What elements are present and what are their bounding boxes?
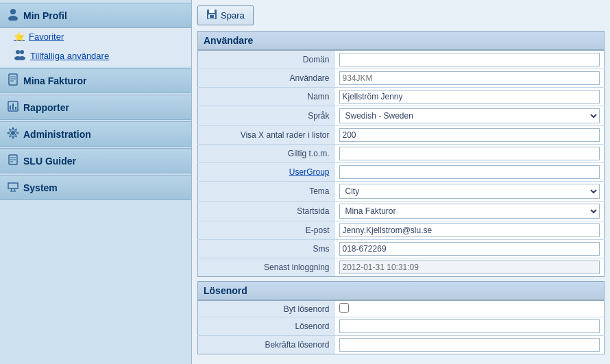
svg-point-14 (11, 131, 15, 135)
anvandare-section-title: Användare (197, 31, 605, 50)
namn-input[interactable] (339, 90, 600, 104)
byt-losenord-input-cell (335, 301, 605, 317)
svg-rect-6 (9, 74, 17, 85)
table-row: Startsida Mina Fakturor Rapporter Admini… (198, 202, 605, 221)
main-content: Spara Användare Domän Användare Namn (192, 0, 610, 364)
svg-point-1 (8, 16, 18, 21)
table-row: Namn (198, 88, 605, 106)
sms-input-cell (335, 240, 605, 258)
tema-label: Tema (198, 182, 335, 202)
startsida-label: Startsida (198, 202, 335, 221)
svg-point-0 (10, 9, 16, 14)
sidebar-item-tillfalliga-anvandare[interactable]: Tillfälliga användare (0, 45, 191, 66)
system-icon (7, 180, 19, 195)
doman-label: Domän (198, 51, 335, 69)
giltig-tom-input-cell (335, 145, 605, 163)
save-icon (206, 9, 217, 22)
usergroup-label[interactable]: UserGroup (198, 163, 335, 182)
sms-input[interactable] (339, 242, 600, 256)
svg-rect-25 (210, 15, 214, 18)
visa-x-rader-input-cell (335, 126, 605, 145)
table-row: E-post (198, 221, 605, 240)
table-row: Användare (198, 69, 605, 88)
sprak-label: Språk (198, 106, 335, 126)
svg-point-3 (20, 50, 24, 54)
table-row: Sms (198, 240, 605, 258)
senast-inloggning-input-cell (335, 258, 605, 277)
senast-inloggning-input (339, 260, 600, 274)
sidebar-item-rapporter[interactable]: Rapporter (0, 95, 191, 120)
report-icon (7, 100, 19, 114)
admin-icon (7, 127, 19, 141)
losenord-input-cell (335, 317, 605, 336)
star-icon: ⭐ (14, 32, 25, 42)
table-row: Visa X antal rader i listor (198, 126, 605, 145)
visa-x-rader-input[interactable] (339, 128, 600, 142)
table-row: Giltig t.o.m. (198, 145, 605, 163)
sidebar-item-slu-guider[interactable]: SLU Guider (0, 148, 191, 173)
anvandare-section: Användare Domän Användare Namn (197, 31, 605, 277)
giltig-tom-input[interactable] (339, 147, 600, 160)
losenord-section: Lösenord Byt lösenord Lösenord Bekräfta … (197, 281, 605, 354)
usergroup-input[interactable] (339, 165, 600, 179)
sidebar-item-administration[interactable]: Administration (0, 121, 191, 147)
sprak-select[interactable]: Swedish - Sweden English - UK English - … (339, 108, 600, 123)
svg-rect-13 (15, 107, 16, 110)
anvandare-form-table: Domän Användare Namn Språk (197, 50, 605, 277)
table-row: Bekräfta lösenord (198, 336, 605, 354)
usergroup-input-cell (335, 163, 605, 182)
anvandare-input-cell (335, 69, 605, 88)
sidebar-item-min-profil[interactable]: Min Profil (0, 3, 191, 28)
doman-input[interactable] (339, 53, 600, 66)
sidebar-item-system[interactable]: System (0, 175, 191, 200)
byt-losenord-label: Byt lösenord (198, 301, 335, 317)
tema-select[interactable]: City Default Modern (339, 184, 600, 199)
svg-point-5 (19, 56, 25, 60)
startsida-select[interactable]: Mina Fakturor Rapporter Administration (339, 204, 600, 219)
table-row: Senast inloggning (198, 258, 605, 277)
table-row: Språk Swedish - Sweden English - UK Engl… (198, 106, 605, 126)
table-row: Byt lösenord (198, 301, 605, 317)
namn-input-cell (335, 88, 605, 106)
sidebar-label-min-profil: Min Profil (23, 10, 67, 21)
sidebar-section-min-profil: Min Profil ⭐ Favoriter Tillfälliga använ… (0, 3, 191, 66)
svg-rect-23 (209, 10, 215, 13)
epost-label: E-post (198, 221, 335, 240)
table-row: Tema City Default Modern (198, 182, 605, 202)
people-icon (14, 49, 26, 63)
doman-input-cell (335, 51, 605, 69)
bekrafta-losenord-input[interactable] (339, 338, 600, 352)
invoice-icon (7, 73, 19, 88)
sidebar-section-slu-guider: SLU Guider (0, 148, 191, 173)
bekrafta-losenord-label: Bekräfta lösenord (198, 336, 335, 354)
guide-icon (7, 154, 19, 168)
senast-inloggning-label: Senast inloggning (198, 258, 335, 277)
anvandare-input[interactable] (339, 71, 600, 85)
svg-rect-12 (12, 104, 14, 110)
person-icon (7, 8, 19, 23)
sidebar-item-mina-fakturor[interactable]: Mina Fakturor (0, 68, 191, 93)
toolbar: Spara (197, 5, 605, 25)
save-button[interactable]: Spara (197, 5, 254, 25)
sidebar-section-mina-fakturor: Mina Fakturor (0, 68, 191, 93)
namn-label: Namn (198, 88, 335, 106)
losenord-form-table: Byt lösenord Lösenord Bekräfta lösenord (197, 300, 605, 354)
visa-x-rader-label: Visa X antal rader i listor (198, 126, 335, 145)
sidebar: Min Profil ⭐ Favoriter Tillfälliga använ… (0, 0, 192, 364)
sms-label: Sms (198, 240, 335, 258)
losenord-label: Lösenord (198, 317, 335, 336)
epost-input[interactable] (339, 223, 600, 237)
sidebar-section-administration: Administration (0, 121, 191, 147)
sprak-input-cell: Swedish - Sweden English - UK English - … (335, 106, 605, 126)
epost-input-cell (335, 221, 605, 240)
table-row: Domän (198, 51, 605, 69)
table-row: Lösenord (198, 317, 605, 336)
sidebar-item-favoriter[interactable]: ⭐ Favoriter (0, 28, 191, 45)
giltig-tom-label: Giltig t.o.m. (198, 145, 335, 163)
byt-losenord-checkbox[interactable] (339, 303, 349, 313)
sidebar-section-rapporter: Rapporter (0, 95, 191, 120)
svg-point-2 (16, 50, 20, 54)
losenord-input[interactable] (339, 319, 600, 333)
losenord-section-title: Lösenord (197, 281, 605, 300)
anvandare-label: Användare (198, 69, 335, 88)
